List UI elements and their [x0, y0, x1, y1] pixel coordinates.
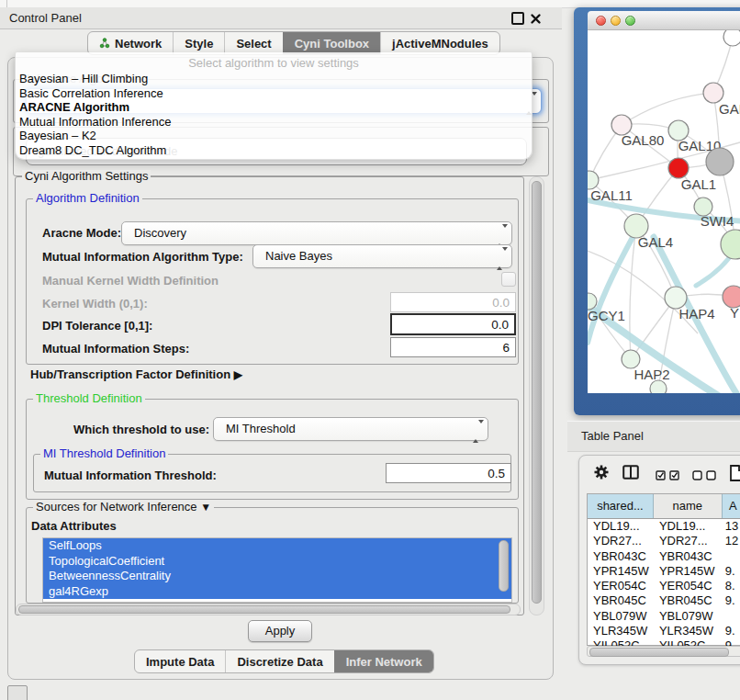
dropdown-item[interactable]: Mutual Information Inference — [19, 115, 528, 130]
network-node[interactable] — [706, 148, 734, 175]
column-header-name[interactable]: name — [654, 494, 723, 518]
table-cell[interactable]: 9. — [723, 564, 740, 579]
table-row[interactable]: YPR145WYPR145W9. — [588, 564, 740, 579]
tab-infer-network[interactable]: Infer Network — [334, 650, 433, 672]
settings-horizontal-scrollbar[interactable] — [16, 604, 521, 615]
table-row[interactable]: YDL19...YDL19...13 — [588, 519, 740, 534]
minimize-traffic-light-icon[interactable] — [611, 16, 621, 26]
table-cell[interactable]: YBR045C — [588, 593, 654, 608]
split-columns-icon[interactable] — [622, 465, 639, 483]
table-row[interactable]: YDR27...YDR27...12 — [588, 534, 740, 548]
network-node-gal1[interactable] — [668, 158, 689, 178]
table-rows: YDL19...YDL19...13YDR27...YDR27...12YBR0… — [588, 519, 740, 647]
mi-steps-input[interactable] — [390, 337, 516, 357]
table-cell[interactable]: YDR27... — [588, 534, 654, 548]
network-node-hap2[interactable] — [622, 350, 640, 368]
table-row[interactable]: YBR045CYBR045C9. — [588, 593, 740, 608]
apply-button[interactable]: Apply — [248, 620, 312, 642]
table-cell[interactable]: 9. — [723, 593, 740, 608]
table-cell[interactable]: YPR145W — [588, 564, 654, 579]
network-window-titlebar[interactable] — [588, 11, 740, 30]
table-row[interactable]: YBR043CYBR043C — [588, 549, 740, 564]
table-cell[interactable]: YBR045C — [654, 593, 723, 608]
tab-label: Style — [185, 37, 213, 51]
zoom-traffic-light-icon[interactable] — [625, 16, 635, 26]
network-node-label: GAL11 — [590, 187, 633, 203]
table-cell[interactable]: YDL19... — [654, 519, 723, 534]
network-node[interactable] — [650, 380, 667, 393]
dpi-tolerance-input[interactable] — [390, 313, 516, 335]
table-cell[interactable]: YBR043C — [588, 549, 654, 564]
dropdown-item[interactable]: Bayesian – Hill Climbing — [19, 72, 528, 86]
manual-kernel-width-checkbox[interactable] — [501, 272, 516, 287]
mi-algorithm-type-combo[interactable]: Naive Bayes — [252, 244, 512, 268]
dropdown-item[interactable]: Dream8 DC_TDC Algorithm — [19, 143, 528, 158]
sources-for-network-inference-title[interactable]: Sources for Network Inference ▼ — [33, 501, 214, 514]
aracne-mode-combo[interactable]: Discovery — [121, 221, 512, 245]
table-cell[interactable]: YBL079W — [654, 609, 723, 624]
hub-transcription-factor-toggle[interactable]: Hub/Transcription Factor Definition ▶ — [30, 367, 242, 381]
settings-vertical-scrollbar[interactable] — [529, 176, 544, 615]
close-traffic-light-icon[interactable] — [596, 16, 606, 26]
new-table-icon[interactable] — [730, 465, 740, 485]
dropdown-item[interactable]: ARACNE Algorithm — [19, 100, 528, 115]
table-row[interactable]: YBL079WYBL079W — [588, 609, 740, 624]
table-cell[interactable]: YDL19... — [588, 519, 654, 534]
which-threshold-combo[interactable]: MI Threshold — [213, 417, 488, 441]
tab-discretize-data[interactable]: Discretize Data — [225, 650, 333, 672]
network-canvas[interactable]: GALGAL80GAL10GAL1GAL11SWI4GAL4HAP4YGCY1H… — [588, 30, 740, 393]
expand-right-icon: ▶ — [234, 368, 242, 381]
column-header-shared-name[interactable]: shared... — [588, 494, 654, 518]
attribute-list-scrollbar[interactable] — [499, 540, 509, 592]
float-window-icon[interactable] — [511, 12, 524, 25]
table-cell[interactable]: 8. — [723, 579, 740, 593]
table-cell[interactable]: YBR043C — [654, 549, 723, 564]
gear-icon[interactable] — [594, 465, 609, 483]
tab-style[interactable]: Style — [173, 32, 224, 54]
mi-threshold-input[interactable] — [386, 463, 511, 483]
attribute-list-item[interactable]: BetweennessCentrality — [43, 569, 511, 584]
table-cell[interactable]: YBL079W — [588, 609, 654, 624]
table-cell[interactable] — [723, 549, 740, 564]
network-node[interactable] — [723, 30, 740, 46]
table-cell[interactable]: 13 — [723, 519, 740, 534]
dropdown-item[interactable]: Bayesian – K2 — [19, 129, 528, 143]
close-icon[interactable] — [530, 12, 542, 24]
table-cell[interactable]: YLR345W — [654, 624, 723, 638]
unselect-all-checkboxes-icon[interactable] — [692, 468, 717, 484]
manual-kernel-width-label: Manual Kernel Width Definition — [42, 274, 219, 288]
tab-network[interactable]: Network — [88, 32, 173, 54]
table-cell[interactable] — [723, 609, 740, 624]
which-threshold-value: MI Threshold — [226, 418, 488, 440]
attribute-list-item[interactable]: gal4RGexp — [43, 584, 511, 600]
docked-panel-icon[interactable] — [7, 685, 28, 700]
kernel-width-label: Kernel Width (0,1): — [42, 297, 148, 310]
tab-impute-data[interactable]: Impute Data — [135, 650, 225, 672]
tab-jactivemnodules[interactable]: jActiveMNodules — [380, 32, 499, 54]
table-row[interactable]: YER054CYER054C8. — [588, 579, 740, 593]
tab-label: Select — [236, 37, 271, 51]
network-node-gal[interactable] — [703, 83, 723, 103]
control-panel-titlebar: Control Panel — [0, 7, 562, 29]
table-cell[interactable]: 9. — [723, 624, 740, 638]
attribute-list-item[interactable]: SelfLoops — [43, 538, 511, 554]
select-all-checkboxes-icon[interactable] — [656, 468, 680, 484]
mi-threshold-definition-title: MI Threshold Definition — [40, 447, 168, 460]
table-row[interactable]: YLR345WYLR345W9. — [588, 624, 740, 638]
table-horizontal-scrollbar[interactable] — [587, 646, 740, 657]
column-header-clipped[interactable]: A — [723, 494, 740, 518]
table-cell[interactable]: YLR345W — [588, 624, 654, 638]
attribute-list-item[interactable]: TopologicalCoefficient — [43, 554, 511, 570]
network-node[interactable] — [721, 230, 740, 259]
tab-cyni-toolbox[interactable]: Cyni Toolbox — [283, 32, 380, 54]
hub-transcription-factor-label: Hub/Transcription Factor Definition — [30, 367, 230, 381]
dropdown-item[interactable]: Basic Correlation Inference — [19, 86, 528, 101]
table-cell[interactable]: YPR145W — [654, 564, 723, 579]
table-cell[interactable]: YDR27... — [654, 534, 723, 548]
table-cell[interactable]: 12 — [723, 534, 740, 548]
tab-select[interactable]: Select — [224, 32, 282, 54]
kernel-width-input[interactable] — [390, 292, 516, 312]
table-cell[interactable]: YER054C — [588, 579, 654, 593]
network-view-window: GALGAL80GAL10GAL1GAL11SWI4GAL4HAP4YGCY1H… — [574, 7, 740, 415]
table-cell[interactable]: YER054C — [654, 579, 723, 593]
